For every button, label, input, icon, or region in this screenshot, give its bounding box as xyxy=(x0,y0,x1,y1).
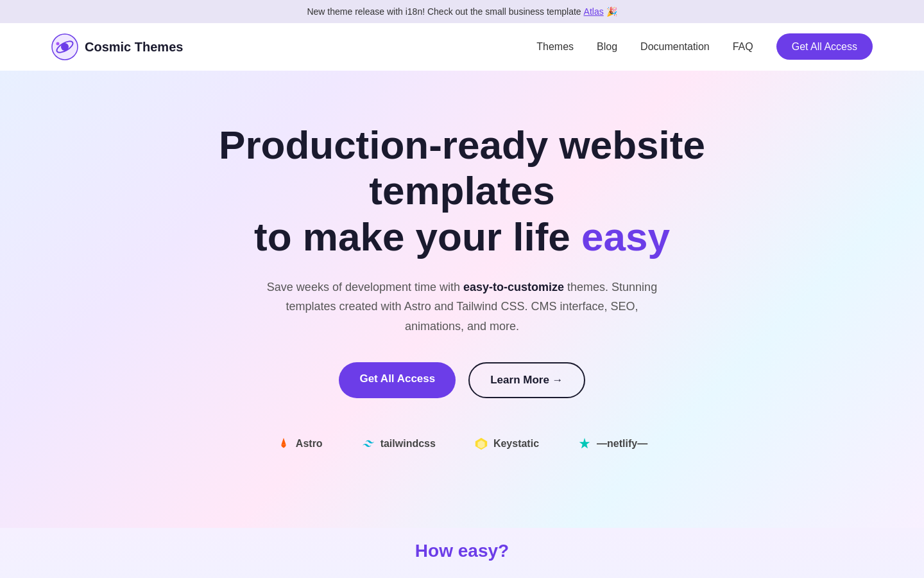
brand-tailwind-label: tailwindcss xyxy=(381,438,436,450)
hero-subtitle-normal1: Save weeks of development time with xyxy=(267,281,463,293)
logo-link[interactable]: Cosmic Themes xyxy=(51,33,183,60)
svg-point-3 xyxy=(56,42,60,46)
how-easy-section: How easy? Galaxy - a slick startup / Saa… xyxy=(0,528,924,578)
hero-buttons: Get All Access Learn More → xyxy=(13,362,911,398)
navbar: Cosmic Themes Themes Blog Documentation … xyxy=(0,23,924,71)
brand-astro: Astro xyxy=(277,437,323,451)
keystatic-icon xyxy=(474,437,488,451)
nav-documentation[interactable]: Documentation xyxy=(640,41,710,52)
announcement-emoji: 🎉 xyxy=(606,6,617,17)
brand-netlify: —netlify— xyxy=(578,437,647,451)
brand-netlify-label: —netlify— xyxy=(597,438,647,450)
learn-more-button[interactable]: Learn More → xyxy=(468,362,585,398)
announcement-bar: New theme release with i18n! Check out t… xyxy=(0,0,924,23)
hero-subtitle: Save weeks of development time with easy… xyxy=(263,277,661,337)
announcement-text: New theme release with i18n! Check out t… xyxy=(307,6,583,17)
hero-section: Production-ready website templates to ma… xyxy=(0,71,924,528)
nav-themes[interactable]: Themes xyxy=(536,41,574,52)
how-easy-title: How easy? xyxy=(13,541,911,561)
hero-title: Production-ready website templates to ma… xyxy=(173,122,751,259)
brand-keystatic-label: Keystatic xyxy=(493,438,539,450)
hero-subtitle-bold: easy-to-customize xyxy=(463,281,564,293)
brand-astro-label: Astro xyxy=(296,438,323,450)
svg-point-2 xyxy=(61,43,69,51)
get-all-access-button[interactable]: Get All Access xyxy=(339,362,456,398)
brand-keystatic: Keystatic xyxy=(474,437,539,451)
logo-icon xyxy=(51,33,78,60)
nav-links: Themes Blog Documentation FAQ Get All Ac… xyxy=(536,41,873,53)
nav-faq[interactable]: FAQ xyxy=(733,41,753,52)
hero-title-part2: to make your life xyxy=(254,215,581,259)
announcement-link[interactable]: Atlas xyxy=(584,6,604,17)
hero-title-accent: easy xyxy=(581,215,670,259)
astro-icon xyxy=(277,437,291,451)
hero-title-part1: Production-ready website templates xyxy=(219,123,705,213)
netlify-icon xyxy=(578,437,592,451)
tailwind-icon xyxy=(361,437,375,451)
brand-logos: Astro tailwindcss Keystatic —netlify— xyxy=(13,437,911,451)
logo-text: Cosmic Themes xyxy=(85,39,183,55)
nav-cta-button[interactable]: Get All Access xyxy=(776,33,873,60)
nav-blog[interactable]: Blog xyxy=(597,41,617,52)
brand-tailwind: tailwindcss xyxy=(361,437,436,451)
